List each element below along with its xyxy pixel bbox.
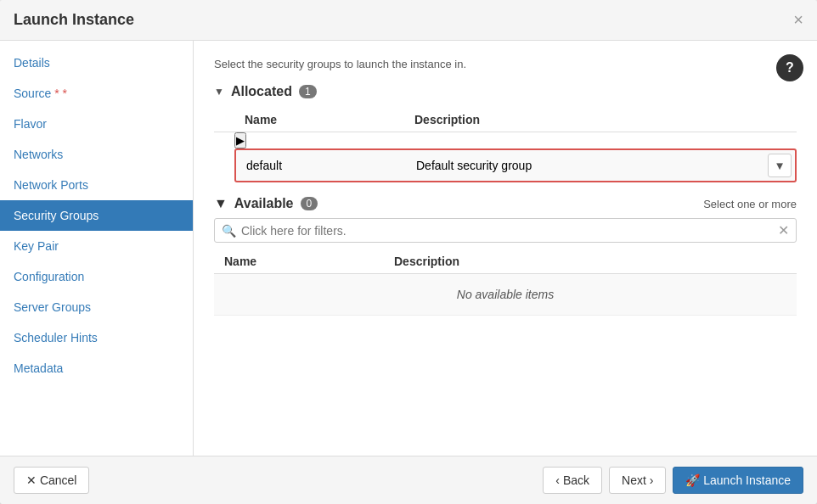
modal-header: Launch Instance × (0, 0, 817, 41)
help-button[interactable]: ? (776, 54, 803, 81)
launch-instance-button[interactable]: 🚀 Launch Instance (673, 467, 803, 494)
filter-input[interactable] (241, 224, 778, 238)
allocated-label: Allocated (231, 84, 292, 99)
launch-instance-modal: Launch Instance × Details Source * Flavo… (0, 0, 817, 504)
no-items-message: No available items (214, 274, 797, 316)
back-button[interactable]: ‹ Back (543, 467, 602, 494)
filter-bar: 🔍 ✕ (214, 218, 797, 243)
available-section-title: ▼ Available 0 (214, 196, 318, 211)
allocated-item-name: default (246, 159, 416, 172)
sidebar-item-network-ports[interactable]: Network Ports (0, 170, 193, 200)
allocated-row-wrapper: ▶ default Default security group ▼ (214, 132, 797, 182)
allocated-description-col: Description (414, 113, 766, 126)
launch-label: Launch Instance (703, 473, 791, 487)
filter-clear-button[interactable]: ✕ (778, 222, 789, 238)
allocated-table-header: Name Description (214, 108, 797, 132)
sidebar-item-scheduler-hints[interactable]: Scheduler Hints (0, 322, 193, 353)
close-button[interactable]: × (793, 10, 803, 30)
sidebar-item-source[interactable]: Source * (0, 78, 193, 109)
available-name-col: Name (224, 255, 394, 268)
allocated-name-col: Name (245, 113, 414, 126)
available-table-header: Name Description (214, 249, 797, 274)
allocated-row: default Default security group ▼ (234, 148, 797, 182)
next-button[interactable]: Next › (609, 467, 666, 494)
modal-body: Details Source * Flavor Networks Network… (0, 41, 817, 456)
footer-right: ‹ Back Next › 🚀 Launch Instance (543, 467, 803, 494)
available-header: ▼ Available 0 Select one or more (214, 196, 797, 211)
footer-left: ✕ Cancel (14, 467, 89, 494)
rocket-icon: 🚀 (685, 473, 700, 487)
sidebar-item-security-groups[interactable]: Security Groups (0, 200, 193, 231)
sidebar-item-metadata[interactable]: Metadata (0, 353, 193, 384)
sidebar-item-configuration[interactable]: Configuration (0, 261, 193, 292)
available-chevron-icon: ▼ (214, 196, 228, 211)
select-more-label: Select one or more (703, 198, 797, 210)
allocated-item-description: Default security group (416, 159, 785, 172)
sidebar-item-key-pair[interactable]: Key Pair (0, 231, 193, 261)
allocated-row-expand-button[interactable]: ▶ (234, 132, 246, 148)
sidebar-item-details[interactable]: Details (0, 48, 193, 78)
sidebar-item-server-groups[interactable]: Server Groups (0, 292, 193, 322)
search-icon: 🔍 (222, 224, 236, 238)
cancel-button[interactable]: ✕ Cancel (14, 467, 89, 494)
available-count-badge: 0 (301, 197, 318, 210)
sidebar: Details Source * Flavor Networks Network… (0, 41, 194, 456)
allocated-count-badge: 1 (299, 85, 317, 98)
sidebar-item-flavor[interactable]: Flavor (0, 109, 193, 139)
allocated-row-down-button[interactable]: ▼ (768, 154, 792, 177)
sidebar-item-networks[interactable]: Networks (0, 139, 193, 170)
modal-title: Launch Instance (14, 11, 134, 29)
allocated-section-title: ▼ Allocated 1 (214, 84, 797, 99)
allocated-chevron-icon: ▼ (214, 86, 224, 98)
available-label: Available (234, 196, 294, 211)
main-content: ? Select the security groups to launch t… (194, 41, 817, 456)
available-section: ▼ Available 0 Select one or more 🔍 ✕ Nam… (214, 196, 797, 316)
modal-footer: ✕ Cancel ‹ Back Next › 🚀 Launch Instance (0, 456, 817, 504)
content-description: Select the security groups to launch the… (214, 58, 797, 70)
available-description-col: Description (394, 255, 786, 268)
